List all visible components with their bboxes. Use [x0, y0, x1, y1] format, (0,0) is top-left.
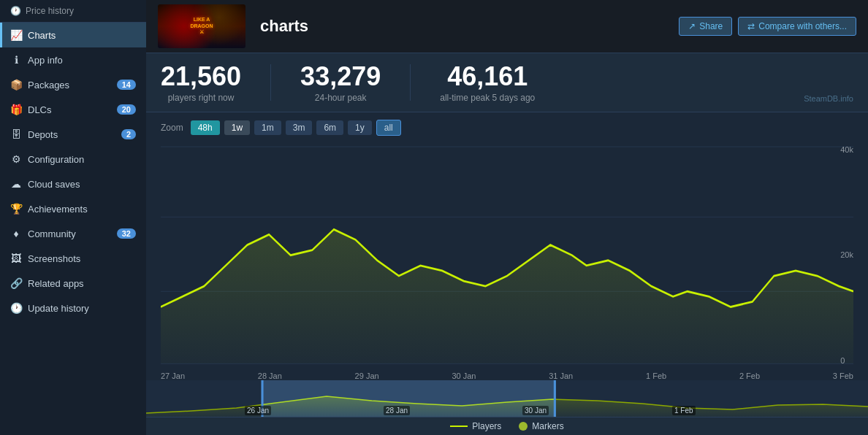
- stats-bar: 21,560 players right now 33,279 24-hour …: [146, 53, 868, 112]
- x-label-1: 28 Jan: [258, 372, 282, 380]
- legend-players: Players: [450, 421, 501, 431]
- stat-peak-alltime: 46,161 all-time peak 5 days ago: [440, 62, 535, 103]
- share-button[interactable]: ↗ Share: [679, 17, 732, 36]
- svg-rect-11: [554, 380, 556, 417]
- main-content: LIKE ADRAGON⚔ charts ↗ Share ⇄ Compare w…: [146, 0, 868, 435]
- zoom-all[interactable]: all: [376, 120, 401, 136]
- info-icon: ℹ: [10, 54, 22, 66]
- sidebar-item-depots[interactable]: 🗄 Depots 2: [0, 122, 146, 147]
- stat-players-now: 21,560 players right now: [161, 62, 241, 103]
- svg-marker-4: [161, 229, 853, 363]
- peak-alltime-label: all-time peak 5 days ago: [440, 93, 535, 103]
- sidebar-item-community[interactable]: ♦ Community 32: [0, 221, 146, 246]
- mini-date-28jan: 28 Jan: [384, 406, 410, 415]
- sidebar-item-cloudsaves[interactable]: ☁ Cloud saves: [0, 172, 146, 196]
- zoom-3m[interactable]: 3m: [286, 120, 313, 135]
- zoom-6m[interactable]: 6m: [316, 120, 343, 135]
- game-thumbnail: LIKE ADRAGON⚔: [158, 4, 245, 48]
- chart-legend: Players Markers: [146, 417, 868, 435]
- main-chart-wrapper: 40k 20k 0: [161, 142, 853, 369]
- legend-players-line: [450, 426, 468, 427]
- stat-peak-24h: 33,279 24-hour peak: [300, 62, 381, 103]
- zoom-label: Zoom: [161, 123, 183, 133]
- page-title: charts: [260, 17, 308, 36]
- community-icon: ♦: [10, 228, 22, 239]
- legend-markers-label: Markers: [532, 421, 563, 431]
- share-icon: ↗: [688, 21, 696, 31]
- trophy-icon: 🏆: [10, 203, 22, 215]
- legend-markers: Markers: [519, 421, 563, 431]
- screenshots-icon: 🖼: [10, 253, 22, 264]
- dlcs-badge: 20: [117, 104, 136, 115]
- x-label-0: 27 Jan: [161, 372, 185, 380]
- x-label-4: 31 Jan: [549, 372, 573, 380]
- charts-icon: 📈: [10, 29, 22, 41]
- sidebar-item-screenshots[interactable]: 🖼 Screenshots: [0, 246, 146, 271]
- legend-markers-dot: [519, 422, 528, 431]
- compare-icon: ⇄: [747, 21, 755, 31]
- community-badge: 32: [117, 228, 136, 239]
- zoom-bar: Zoom 48h 1w 1m 3m 6m 1y all: [161, 120, 853, 136]
- sidebar-item-packages[interactable]: 📦 Packages 14: [0, 72, 146, 97]
- peak-24h-label: 24-hour peak: [315, 93, 367, 103]
- mini-date-30jan: 30 Jan: [522, 406, 549, 415]
- mini-date-1feb: 1 Feb: [672, 406, 696, 415]
- zoom-1w[interactable]: 1w: [224, 120, 250, 135]
- sidebar-item-achievements[interactable]: 🏆 Achievements: [0, 196, 146, 221]
- main-chart-svg: [161, 142, 853, 369]
- x-label-2: 29 Jan: [355, 372, 379, 380]
- stat-divider-2: [410, 64, 411, 101]
- cloud-icon: ☁: [10, 178, 22, 190]
- compare-button[interactable]: ⇄ Compare with others...: [738, 17, 856, 36]
- sidebar-item-configuration[interactable]: ⚙ Configuration: [0, 147, 146, 172]
- packages-badge: 14: [117, 80, 136, 90]
- sidebar-item-relatedapps[interactable]: 🔗 Related apps: [0, 271, 146, 296]
- mini-chart[interactable]: 26 Jan 28 Jan 30 Jan 1 Feb: [146, 380, 868, 417]
- x-axis-labels: 27 Jan 28 Jan 29 Jan 30 Jan 31 Jan 1 Feb…: [161, 369, 853, 380]
- history-icon: 🕐: [10, 302, 22, 314]
- x-label-7: 3 Feb: [833, 372, 853, 380]
- sidebar: 🕐 Price history 📈 Charts ℹ App info 📦 Pa…: [0, 0, 146, 435]
- x-label-5: 1 Feb: [646, 372, 666, 380]
- zoom-1y[interactable]: 1y: [348, 120, 372, 135]
- link-icon: 🔗: [10, 277, 22, 289]
- zoom-1m[interactable]: 1m: [254, 120, 281, 135]
- topbar-actions: ↗ Share ⇄ Compare with others...: [679, 17, 856, 36]
- peak-24h-value: 33,279: [300, 62, 381, 91]
- price-history-link[interactable]: 🕐 Price history: [0, 0, 146, 23]
- players-now-label: players right now: [168, 93, 235, 103]
- x-label-6: 2 Feb: [739, 372, 760, 380]
- chart-container: Zoom 48h 1w 1m 3m 6m 1y all: [146, 112, 868, 380]
- packages-icon: 📦: [10, 79, 22, 91]
- clock-icon: 🕐: [10, 6, 21, 16]
- sidebar-item-charts[interactable]: 📈 Charts: [0, 23, 146, 47]
- sidebar-item-appinfo[interactable]: ℹ App info: [0, 47, 146, 72]
- mini-date-26jan: 26 Jan: [245, 406, 271, 415]
- sidebar-item-updatehistory[interactable]: 🕐 Update history: [0, 296, 146, 320]
- players-now-value: 21,560: [161, 62, 241, 91]
- config-icon: ⚙: [10, 153, 22, 165]
- depots-badge: 2: [121, 129, 136, 139]
- zoom-48h[interactable]: 48h: [191, 120, 220, 135]
- steamdb-credit: SteamDB.info: [804, 94, 853, 103]
- depots-icon: 🗄: [10, 128, 22, 140]
- sidebar-item-dlcs[interactable]: 🎁 DLCs 20: [0, 97, 146, 122]
- peak-alltime-value: 46,161: [447, 62, 528, 91]
- topbar: LIKE ADRAGON⚔ charts ↗ Share ⇄ Compare w…: [146, 0, 868, 53]
- x-label-3: 30 Jan: [452, 372, 476, 380]
- stat-divider-1: [270, 64, 271, 101]
- svg-rect-9: [556, 380, 868, 417]
- legend-players-label: Players: [472, 421, 501, 431]
- dlcs-icon: 🎁: [10, 104, 22, 115]
